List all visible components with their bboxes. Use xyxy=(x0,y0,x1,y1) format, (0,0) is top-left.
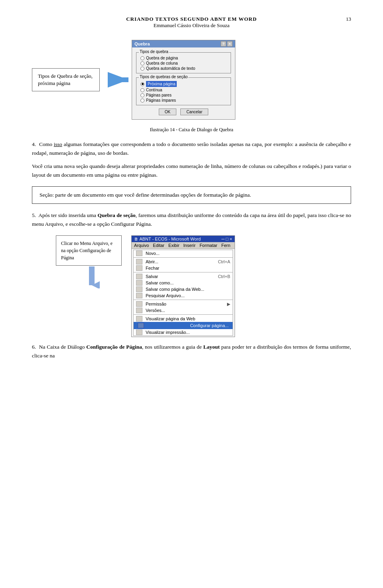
menu-divider-2 xyxy=(134,272,233,272)
menu-arquivo[interactable]: Arquivo xyxy=(132,243,150,248)
menu-item-salvar[interactable]: Salvar Ctrl+B xyxy=(134,273,233,280)
main-text-block: 4. Como isso algumas formatações que cor… xyxy=(32,140,351,179)
menu-win-btns: ─ □ × xyxy=(221,237,232,241)
radio-quebra-pagina: Quebra de página xyxy=(139,56,228,60)
radio-paginas-pares: Páginas pares xyxy=(139,93,228,97)
menu-inserir[interactable]: Inserir xyxy=(182,243,197,248)
radio-paginas-impares: Páginas ímpares xyxy=(139,98,228,103)
versoes-icon xyxy=(136,308,142,313)
dialog-titlebar: Quebra ? × xyxy=(132,40,235,47)
dialog-help-btn[interactable]: ? xyxy=(221,41,226,47)
menu-title-text: 🗎 ABNT - ECOS - Microsoft Word xyxy=(134,237,201,241)
dialog-close-btn[interactable]: × xyxy=(227,41,233,47)
radio-circle-pares xyxy=(140,93,144,97)
menu-item-versoes[interactable]: Versões... xyxy=(134,307,233,314)
callout-box-1: Tipos de Quebra de seção, próxima página xyxy=(32,68,100,91)
radio-quebra-automatica: Quebra automática de texto xyxy=(139,66,228,71)
salvar-web-icon xyxy=(136,286,142,292)
menu-item-fechar[interactable]: Fechar xyxy=(134,265,233,271)
dialog-group-tipos-quebra: Tipos de quebra Quebra de página Quebra … xyxy=(136,52,231,73)
caption-1: Ilustração 14 - Caixa de Dialogo de Queb… xyxy=(32,127,351,133)
menu-screenshot: 🗎 ABNT - ECOS - Microsoft Word ─ □ × Arq… xyxy=(131,235,235,337)
radio-circle-2 xyxy=(140,61,144,65)
dialog-buttons: OK Cancelar xyxy=(136,109,231,117)
radio-circle-impares xyxy=(140,99,144,103)
arrow-right-icon xyxy=(108,72,132,88)
menu-editar[interactable]: Editar xyxy=(151,243,166,248)
menu-exibir[interactable]: Exibir xyxy=(167,243,181,248)
menu-item-pesquisar[interactable]: Pesquisar Arquivo... xyxy=(134,292,233,299)
menu-divider-4 xyxy=(134,314,233,315)
note-box: Seção: parte de um documento em que você… xyxy=(32,186,351,204)
menu-item-novo[interactable]: Novo... xyxy=(134,250,233,257)
visualizar-web-icon xyxy=(136,316,142,322)
illustration14-container: Tipos de Quebra de seção, próxima página… xyxy=(32,40,351,120)
menu-divider-3 xyxy=(134,300,233,300)
radio-quebra-coluna: Quebra de coluna xyxy=(139,61,228,65)
dialog-title: Quebra xyxy=(134,41,150,46)
dialog-title-buttons: ? × xyxy=(221,41,233,47)
menu-fern[interactable]: Fern xyxy=(220,243,232,248)
illustration15-container: Clicar no Menu Arquivo, e na opção Confi… xyxy=(56,235,351,337)
menu-item-abrir[interactable]: Abrir... Ctrl+A xyxy=(134,258,233,265)
paragraph-1: 4. Como isso algumas formatações que cor… xyxy=(32,140,351,157)
permissao-icon xyxy=(136,301,142,307)
callout-text-2: Clicar no Menu Arquivo, e na opção Confi… xyxy=(61,241,113,260)
dialog-ok-button[interactable]: OK xyxy=(159,109,176,115)
note-box-text: Seção: parte de um documento em que você… xyxy=(39,192,251,198)
radio-circle-continua xyxy=(140,88,144,92)
pesquisar-icon xyxy=(136,293,142,298)
novo-icon xyxy=(136,251,142,256)
group1-label: Tipos de quebra xyxy=(139,49,169,54)
header-subtitle: Emmanuel Cássio Oliveira de Souza xyxy=(32,22,351,29)
dialog-body: Tipos de quebra Quebra de página Quebra … xyxy=(132,47,235,119)
radio-continua: Contínua xyxy=(139,88,228,92)
menu-item-configurar[interactable]: Configurar página... xyxy=(134,322,233,329)
dialog-group-tipos-secao: Tipos de quebras de seção Próxima página… xyxy=(136,77,231,105)
callout-box-2: Clicar no Menu Arquivo, e na opção Confi… xyxy=(56,235,122,266)
salvar-como-icon xyxy=(136,280,142,286)
dialog-quebra: Quebra ? × Tipos de quebra Quebra de pág… xyxy=(132,40,235,120)
abrir-icon xyxy=(136,259,142,264)
menu-item-salvar-web[interactable]: Salvar como página da Web... xyxy=(134,286,233,292)
page-number: 13 xyxy=(346,16,351,22)
salvar-icon xyxy=(136,274,142,279)
paragraph-3: 5. Após ter sido inserida uma Quebra de … xyxy=(32,211,351,228)
callout-text-1: Tipos de Quebra de seção, próxima página xyxy=(38,73,93,86)
para1-text: 4. Como isso algumas formatações que cor… xyxy=(32,141,351,156)
arrow-down-icon xyxy=(84,266,100,288)
dialog-cancel-button[interactable]: Cancelar xyxy=(180,109,208,115)
bottom-text-block: 6. Na Caixa de Diálogo Configuração de P… xyxy=(32,343,351,360)
radio-circle-1 xyxy=(140,56,144,60)
proxima-pagina-label: Próxima página xyxy=(146,81,177,87)
fechar-icon xyxy=(136,265,142,271)
radio-circle-3 xyxy=(140,67,144,71)
menu-item-salvar-como[interactable]: Salvar como... xyxy=(134,280,233,286)
visualizar-impressao-icon xyxy=(136,330,142,335)
radio-proxima-pagina: Próxima página xyxy=(139,81,228,87)
menu-menubar: Arquivo Editar Exibir Inserir Formatar F… xyxy=(132,242,235,249)
configurar-icon xyxy=(138,323,144,328)
page-header: CRIANDO TEXTOS SEGUNDO ABNT EM WORD Emma… xyxy=(32,16,351,29)
group2-label: Tipos de quebras de seção xyxy=(139,75,188,79)
header-title: CRIANDO TEXTOS SEGUNDO ABNT EM WORD xyxy=(32,16,351,22)
menu-titlebar: 🗎 ABNT - ECOS - Microsoft Word ─ □ × xyxy=(132,236,235,242)
paragraph-2: Você cria uma nova seção quando deseja a… xyxy=(32,162,351,179)
menu-formatar[interactable]: Formatar xyxy=(198,243,219,248)
menu-item-permissao[interactable]: Permissão ▶ xyxy=(134,301,233,307)
main-text-block-2: 5. Após ter sido inserida uma Quebra de … xyxy=(32,211,351,228)
menu-divider-1 xyxy=(134,257,233,258)
menu-item-visualizar-impressao[interactable]: Visualizar impressão... xyxy=(134,329,233,335)
radio-circle-proxima xyxy=(140,82,144,86)
menu-content: Novo... Abrir... Ctrl+A Fechar Salvar Ct… xyxy=(133,250,233,336)
para2-text: Você cria uma nova seção quando deseja a… xyxy=(32,163,351,178)
paragraph-4: 6. Na Caixa de Diálogo Configuração de P… xyxy=(32,343,351,360)
menu-item-visualizar-web[interactable]: Visualizar página da Web xyxy=(134,316,233,322)
page: CRIANDO TEXTOS SEGUNDO ABNT EM WORD Emma… xyxy=(0,0,383,588)
